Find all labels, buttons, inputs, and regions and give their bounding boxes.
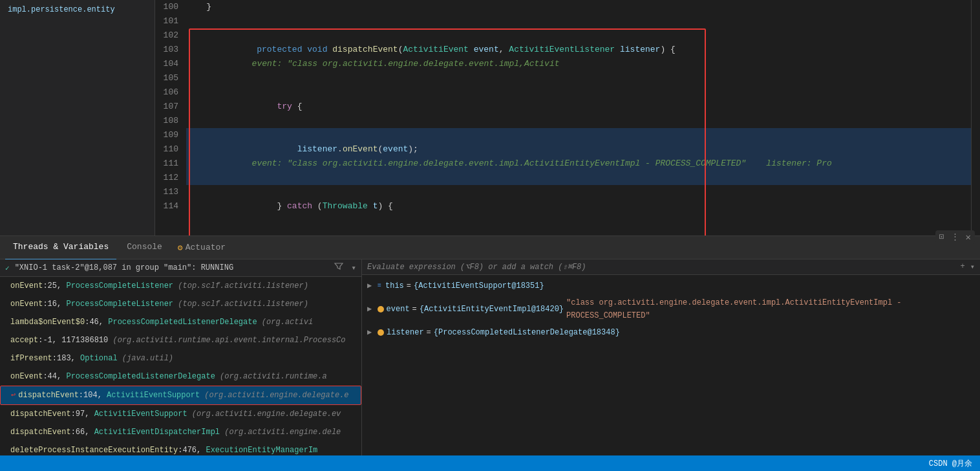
panel-controls: ⊡ ⋮ ✕ — [935, 230, 975, 244]
code-line-102: protected void dispatchEvent(ActivitiEve… — [186, 28, 971, 85]
code-line-105: } catch (Throwable t) { — [186, 185, 971, 228]
code-line-101 — [186, 14, 971, 28]
filter-icon[interactable] — [334, 262, 343, 274]
thread-header: ✓ "XNIO-1 task-2"@18,087 in group "main"… — [0, 259, 361, 277]
debug-content: ✓ "XNIO-1 task-2"@18,087 in group "main"… — [0, 259, 980, 455]
listener-type-icon — [378, 329, 384, 336]
code-line-103: try { — [186, 85, 971, 128]
status-bar: CSDN @月余 — [0, 455, 980, 471]
stack-frame-5[interactable]: ifPresent:183, Optional (java.util) — [0, 349, 361, 367]
expand-listener-icon[interactable]: ▶ — [367, 326, 375, 339]
stack-frame-4[interactable]: accept:-1, 1171386810 (org.activiti.runt… — [0, 331, 361, 349]
stack-frame-8[interactable]: dispatchEvent:97, ActivitiEventSupport (… — [0, 405, 361, 423]
var-item-event[interactable]: ▶ event = {ActivitiEntityEventImpl@18420… — [362, 294, 980, 324]
debug-panel: Threads & Variables Console ⚙ Actuator ✓… — [0, 236, 980, 455]
left-sidebar: impl.persistence.entity — [0, 0, 155, 236]
thread-name: "XNIO-1 task-2"@18,087 in group "main": … — [15, 263, 233, 272]
actuator-icon: ⚙ — [178, 243, 183, 253]
threads-panel: ✓ "XNIO-1 task-2"@18,087 in group "main"… — [0, 259, 362, 455]
evaluate-dropdown-icon[interactable]: ▾ — [970, 262, 975, 272]
dropdown-icon[interactable]: ▾ — [351, 263, 356, 273]
evaluate-bar: Evaluate expression (⌥F8) or add a watch… — [362, 259, 980, 275]
stack-frame-2[interactable]: onEvent:16, ProcessCompleteListener (top… — [0, 295, 361, 313]
stack-frame-1[interactable]: onEvent:25, ProcessCompleteListener (top… — [0, 277, 361, 295]
more-actions-icon[interactable]: ⋮ — [951, 232, 959, 243]
tab-actuator[interactable]: ⚙ Actuator — [173, 240, 231, 256]
tab-threads-variables[interactable]: Threads & Variables — [5, 236, 116, 260]
stack-frame-9[interactable]: dispatchEvent:66, ActivitiEventDispatche… — [0, 423, 361, 441]
sidebar-entity: impl.persistence.entity — [0, 0, 154, 19]
expand-this-icon[interactable]: ▶ — [367, 279, 375, 292]
code-line-104: listener.onEvent(event); event: "class o… — [186, 128, 971, 185]
code-panel: 100 101 102 103 104 105 106 107 108 109 … — [155, 0, 980, 236]
tab-actuator-label: Actuator — [186, 243, 226, 252]
tab-console[interactable]: Console — [119, 236, 170, 260]
event-type-icon — [378, 306, 384, 312]
this-type-icon: ≡ — [378, 279, 381, 292]
code-line-100: } — [186, 0, 971, 14]
expand-event-icon[interactable]: ▶ — [367, 303, 375, 316]
var-item-listener[interactable]: ▶ listener = {ProcessCompletedListenerDe… — [362, 324, 980, 341]
add-watch-icon[interactable]: + — [961, 262, 965, 272]
right-gutter — [971, 0, 980, 236]
editor-area: impl.persistence.entity 100 101 102 103 … — [0, 0, 980, 236]
stack-frame-3[interactable]: lambda$onEvent$0:46, ProcessCompletedLis… — [0, 313, 361, 331]
code-line-106: if (listener.isFailOnException()) { — [186, 228, 971, 236]
line-numbers: 100 101 102 103 104 105 106 107 108 109 … — [155, 0, 186, 236]
close-panel-icon[interactable]: ✕ — [966, 232, 971, 243]
debug-tabs: Threads & Variables Console ⚙ Actuator — [0, 236, 980, 259]
stack-frame-7[interactable]: ↩dispatchEvent:104, ActivitiEventSupport… — [0, 386, 361, 405]
evaluate-placeholder: Evaluate expression (⌥F8) or add a watch… — [367, 262, 586, 272]
variables-panel: Evaluate expression (⌥F8) or add a watch… — [362, 259, 980, 455]
status-text: CSDN @月余 — [929, 458, 972, 469]
code-lines: } protected void dispatchEvent(ActivitiE… — [186, 0, 971, 236]
var-item-this[interactable]: ▶ ≡ this = {ActivitiEventSupport@18351} — [362, 278, 980, 294]
stack-frames: onEvent:25, ProcessCompleteListener (top… — [0, 277, 361, 455]
stack-frame-10[interactable]: deleteProcessInstanceExecutionEntity:476… — [0, 441, 361, 455]
thread-check-icon: ✓ — [5, 264, 10, 272]
vars-list: ▶ ≡ this = {ActivitiEventSupport@18351} … — [362, 275, 980, 455]
restore-window-icon[interactable]: ⊡ — [939, 232, 944, 243]
stack-frame-6[interactable]: onEvent:44, ProcessCompletedListenerDele… — [0, 367, 361, 386]
